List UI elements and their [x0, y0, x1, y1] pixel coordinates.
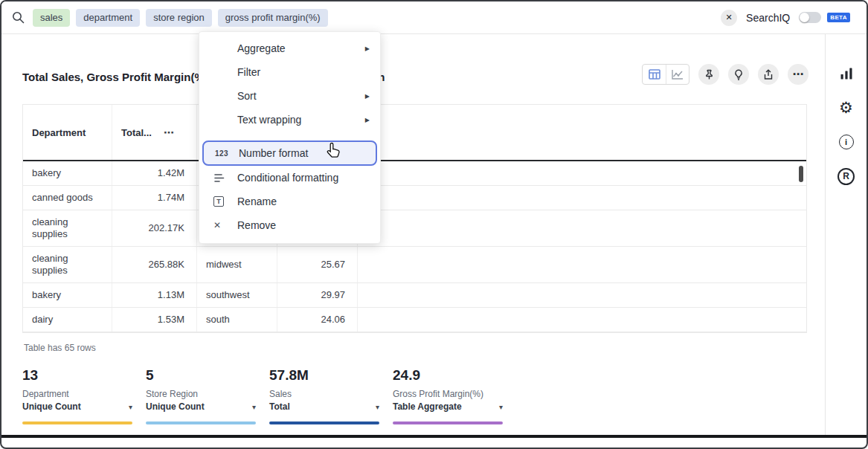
- column-context-menu: Aggregate ▶ Filter Sort ▶ Text wrapping …: [199, 31, 381, 244]
- table-cell-filler: [358, 283, 806, 307]
- more-options-button[interactable]: ⋯: [788, 64, 808, 85]
- table-header-row: Department Total... ⋯: [23, 105, 806, 161]
- search-token-list: sales department store region gross prof…: [33, 9, 328, 27]
- menu-item-conditional-formatting[interactable]: Conditional formatting: [199, 166, 380, 190]
- table-cell: cleaning supplies: [23, 247, 112, 282]
- search-token-department[interactable]: department: [76, 9, 140, 27]
- menu-item-label: Aggregate: [237, 42, 286, 54]
- insights-button[interactable]: [728, 64, 749, 85]
- conditional-formatting-icon: [213, 172, 230, 184]
- table-row: cleaning supplies 265.88K midwest 25.67: [23, 247, 806, 283]
- card-value: 5: [146, 367, 256, 384]
- share-button[interactable]: [758, 64, 779, 85]
- menu-item-number-format[interactable]: 123 Number format: [202, 140, 377, 166]
- summary-cards: 13 Department Unique Count ▾ 5 Store Reg…: [22, 367, 503, 424]
- table-cell: 25.67: [277, 247, 358, 282]
- card-aggregation-label: Table Aggregate: [393, 401, 462, 412]
- gear-icon: ⚙: [839, 100, 853, 116]
- lightbulb-icon: [733, 69, 744, 80]
- table-cell: bakery: [23, 161, 112, 185]
- menu-item-label: Sort: [237, 90, 257, 102]
- summary-card-gross-profit-margin: 24.9 Gross Profit Margin(%) Table Aggreg…: [393, 367, 503, 424]
- menu-item-filter[interactable]: Filter: [199, 60, 380, 84]
- submenu-arrow-icon: ▶: [365, 117, 370, 123]
- column-header-filler: [358, 105, 806, 160]
- bar-chart-icon: [840, 67, 853, 80]
- menu-item-label: Conditional formatting: [237, 172, 338, 184]
- column-menu-trigger[interactable]: ⋯: [164, 126, 175, 138]
- chart-view-button[interactable]: [666, 65, 689, 84]
- close-icon: ✕: [725, 13, 732, 22]
- details-button[interactable]: i: [837, 132, 856, 152]
- search-token-sales[interactable]: sales: [33, 9, 70, 27]
- table-cell-filler: [358, 186, 806, 210]
- chevron-down-icon[interactable]: ▾: [129, 403, 132, 411]
- chevron-down-icon[interactable]: ▾: [499, 403, 503, 411]
- table-cell: midwest: [197, 247, 277, 282]
- bottom-edge-divider: [1, 435, 867, 438]
- toggle-knob: [800, 13, 809, 22]
- searchiq-toggle[interactable]: [799, 12, 821, 23]
- rename-icon-glyph: T: [213, 196, 224, 207]
- r-badge-icon: R: [838, 168, 855, 185]
- results-table: Department Total... ⋯ bakery 1.42M canne…: [22, 104, 807, 333]
- search-bar[interactable]: sales department store region gross prof…: [1, 1, 867, 34]
- pin-button[interactable]: [698, 64, 719, 85]
- table-row: dairy 1.53M south 24.06: [23, 308, 806, 332]
- scrollbar-thumb[interactable]: [799, 166, 803, 182]
- share-icon: [763, 69, 774, 80]
- table-cell: 24.06: [277, 308, 358, 332]
- answer-toolbar: ⋯: [642, 64, 808, 85]
- searchiq-label: SearchIQ: [746, 12, 790, 24]
- menu-item-remove[interactable]: ✕ Remove: [199, 213, 380, 237]
- menu-item-sort[interactable]: Sort ▶: [199, 84, 380, 108]
- menu-item-rename[interactable]: T Rename: [199, 190, 380, 213]
- menu-item-label: Remove: [237, 219, 276, 231]
- card-value: 24.9: [393, 367, 503, 384]
- menu-item-label: Filter: [237, 66, 260, 78]
- search-token-gross-profit-margin[interactable]: gross profit margin(%): [218, 9, 328, 27]
- menu-separator: [199, 132, 380, 140]
- table-cell: bakery: [23, 283, 112, 307]
- card-value: 57.8M: [269, 367, 379, 384]
- table-cell-filler: [358, 247, 806, 282]
- chart-selector-button[interactable]: [837, 64, 856, 83]
- menu-item-text-wrapping[interactable]: Text wrapping ▶: [199, 108, 380, 132]
- column-header-department[interactable]: Department: [23, 105, 112, 160]
- remove-icon-glyph: ✕: [213, 220, 221, 230]
- ellipsis-icon: ⋯: [793, 68, 804, 81]
- table-row: cleaning supplies 202.17K: [23, 210, 806, 247]
- table-cell: 265.88K: [112, 247, 197, 282]
- chart-view-icon: [672, 69, 684, 80]
- beta-badge: BETA: [827, 13, 850, 22]
- table-cell: canned goods: [23, 186, 112, 210]
- view-switcher: [642, 64, 689, 85]
- card-color-bar: [393, 421, 503, 424]
- remove-icon: ✕: [213, 220, 230, 230]
- configure-button[interactable]: ⚙: [837, 98, 856, 117]
- table-cell: 29.97: [277, 283, 358, 307]
- number-format-icon: 123: [215, 149, 231, 158]
- table-row: bakery 1.42M: [23, 161, 806, 186]
- card-color-bar: [269, 421, 379, 424]
- submenu-arrow-icon: ▶: [365, 93, 370, 100]
- r-badge-button[interactable]: R: [837, 167, 856, 186]
- chevron-down-icon[interactable]: ▾: [252, 403, 256, 411]
- card-value: 13: [22, 367, 132, 384]
- row-count-label: Table has 65 rows: [24, 343, 96, 353]
- card-aggregation-label: Unique Count: [22, 401, 81, 412]
- clear-search-button[interactable]: ✕: [721, 10, 737, 26]
- table-view-button[interactable]: [643, 65, 666, 84]
- table-row: bakery 1.13M southwest 29.97: [23, 283, 806, 308]
- pin-icon: [704, 69, 715, 80]
- column-header-total[interactable]: Total... ⋯: [112, 105, 197, 160]
- table-cell: 202.17K: [112, 210, 197, 246]
- menu-item-label: Number format: [239, 147, 308, 159]
- right-rail: ⚙ i R: [825, 34, 867, 435]
- chevron-down-icon[interactable]: ▾: [376, 403, 379, 411]
- search-token-store-region[interactable]: store region: [146, 9, 212, 27]
- menu-item-aggregate[interactable]: Aggregate ▶: [199, 36, 380, 60]
- searchiq-controls: ✕ SearchIQ BETA: [721, 10, 850, 26]
- card-name: Store Region: [146, 389, 256, 399]
- card-name: Sales: [269, 389, 379, 399]
